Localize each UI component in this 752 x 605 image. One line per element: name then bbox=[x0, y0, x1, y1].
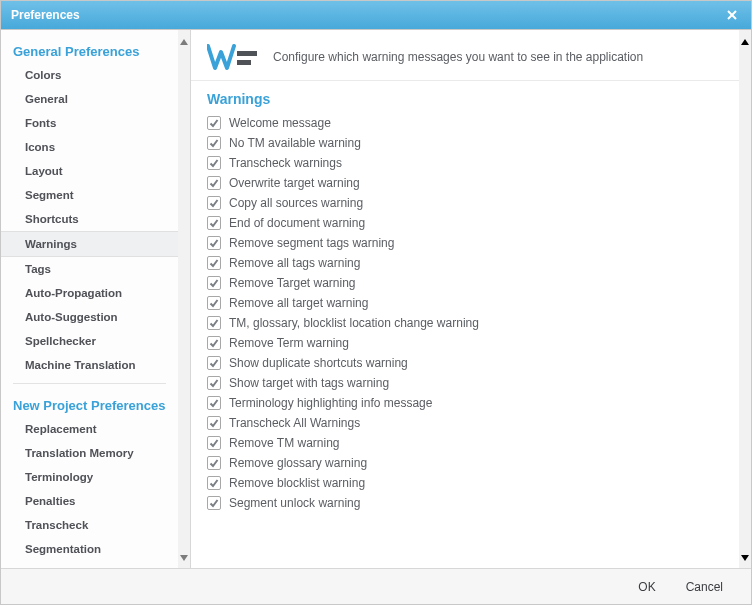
warning-label: TM, glossary, blocklist location change … bbox=[229, 316, 479, 330]
warning-row: Remove TM warning bbox=[207, 433, 723, 453]
ok-button[interactable]: OK bbox=[638, 580, 655, 594]
sidebar-group-list: ColorsGeneralFontsIconsLayoutSegmentShor… bbox=[1, 63, 178, 377]
warning-row: Remove blocklist warning bbox=[207, 473, 723, 493]
warning-checkbox[interactable] bbox=[207, 116, 221, 130]
warning-label: No TM available warning bbox=[229, 136, 361, 150]
warning-checkbox[interactable] bbox=[207, 336, 221, 350]
scroll-up-icon[interactable] bbox=[741, 34, 749, 48]
window-title: Preferences bbox=[11, 8, 723, 22]
warning-checkbox[interactable] bbox=[207, 236, 221, 250]
sidebar-item[interactable]: General bbox=[1, 87, 178, 111]
sidebar-item[interactable]: Translation Memory bbox=[1, 441, 178, 465]
scroll-down-icon[interactable] bbox=[180, 550, 188, 564]
sidebar-item[interactable]: Replacement bbox=[1, 417, 178, 441]
banner: Configure which warning messages you wan… bbox=[191, 30, 739, 81]
warning-row: Show target with tags warning bbox=[207, 373, 723, 393]
warning-label: Transcheck All Warnings bbox=[229, 416, 360, 430]
warning-checkbox[interactable] bbox=[207, 296, 221, 310]
warning-checkbox[interactable] bbox=[207, 436, 221, 450]
warning-checkbox[interactable] bbox=[207, 256, 221, 270]
content-scrollbar[interactable] bbox=[739, 30, 751, 568]
titlebar: Preferences bbox=[1, 1, 751, 29]
sidebar-item[interactable]: Shortcuts bbox=[1, 207, 178, 231]
warning-label: Show duplicate shortcuts warning bbox=[229, 356, 408, 370]
warning-label: Remove all target warning bbox=[229, 296, 368, 310]
scroll-down-icon[interactable] bbox=[741, 550, 749, 564]
warning-label: End of document warning bbox=[229, 216, 365, 230]
warning-row: Copy all sources warning bbox=[207, 193, 723, 213]
sidebar-nav: General PreferencesColorsGeneralFontsIco… bbox=[1, 30, 178, 568]
warnings-list: Welcome messageNo TM available warningTr… bbox=[191, 111, 739, 521]
warning-checkbox[interactable] bbox=[207, 176, 221, 190]
warning-label: Remove Target warning bbox=[229, 276, 356, 290]
warning-row: Remove glossary warning bbox=[207, 453, 723, 473]
sidebar-item[interactable]: Filters bbox=[1, 561, 178, 568]
warning-label: Remove glossary warning bbox=[229, 456, 367, 470]
warning-label: Show target with tags warning bbox=[229, 376, 389, 390]
warning-label: Overwrite target warning bbox=[229, 176, 360, 190]
content-panel: Configure which warning messages you wan… bbox=[191, 30, 739, 568]
app-logo-icon bbox=[207, 42, 259, 72]
warning-checkbox[interactable] bbox=[207, 136, 221, 150]
warning-label: Transcheck warnings bbox=[229, 156, 342, 170]
sidebar-item[interactable]: Terminology bbox=[1, 465, 178, 489]
svg-marker-3 bbox=[180, 555, 188, 561]
sidebar-divider bbox=[13, 383, 166, 384]
warning-checkbox[interactable] bbox=[207, 396, 221, 410]
warning-row: Remove all tags warning bbox=[207, 253, 723, 273]
warning-label: Terminology highlighting info message bbox=[229, 396, 432, 410]
warning-checkbox[interactable] bbox=[207, 376, 221, 390]
warning-checkbox[interactable] bbox=[207, 216, 221, 230]
warning-checkbox[interactable] bbox=[207, 356, 221, 370]
sidebar-item[interactable]: Spellchecker bbox=[1, 329, 178, 353]
warning-checkbox[interactable] bbox=[207, 156, 221, 170]
sidebar-item[interactable]: Warnings bbox=[1, 231, 178, 257]
warning-checkbox[interactable] bbox=[207, 196, 221, 210]
sidebar-item[interactable]: Layout bbox=[1, 159, 178, 183]
warning-row: TM, glossary, blocklist location change … bbox=[207, 313, 723, 333]
sidebar-item[interactable]: Colors bbox=[1, 63, 178, 87]
warning-label: Remove segment tags warning bbox=[229, 236, 394, 250]
warning-row: Show duplicate shortcuts warning bbox=[207, 353, 723, 373]
close-icon[interactable] bbox=[723, 6, 741, 24]
sidebar-item[interactable]: Icons bbox=[1, 135, 178, 159]
warning-row: Terminology highlighting info message bbox=[207, 393, 723, 413]
sidebar-item[interactable]: Auto-Suggestion bbox=[1, 305, 178, 329]
scroll-up-icon[interactable] bbox=[180, 34, 188, 48]
banner-text: Configure which warning messages you wan… bbox=[273, 50, 643, 64]
section-title: Warnings bbox=[191, 81, 739, 111]
warning-checkbox[interactable] bbox=[207, 316, 221, 330]
warning-label: Remove Term warning bbox=[229, 336, 349, 350]
sidebar-item[interactable]: Tags bbox=[1, 257, 178, 281]
warning-row: End of document warning bbox=[207, 213, 723, 233]
sidebar-item[interactable]: Segmentation bbox=[1, 537, 178, 561]
sidebar-item[interactable]: Machine Translation bbox=[1, 353, 178, 377]
warning-checkbox[interactable] bbox=[207, 276, 221, 290]
warning-label: Copy all sources warning bbox=[229, 196, 363, 210]
warning-label: Segment unlock warning bbox=[229, 496, 360, 510]
warning-row: Remove all target warning bbox=[207, 293, 723, 313]
warning-row: Welcome message bbox=[207, 113, 723, 133]
sidebar-scrollbar[interactable] bbox=[178, 30, 190, 568]
sidebar-item[interactable]: Segment bbox=[1, 183, 178, 207]
warning-label: Remove all tags warning bbox=[229, 256, 360, 270]
warning-row: Remove segment tags warning bbox=[207, 233, 723, 253]
svg-marker-7 bbox=[741, 555, 749, 561]
svg-rect-5 bbox=[237, 60, 251, 65]
warning-checkbox[interactable] bbox=[207, 496, 221, 510]
sidebar-item[interactable]: Auto-Propagation bbox=[1, 281, 178, 305]
sidebar-item[interactable]: Fonts bbox=[1, 111, 178, 135]
warning-checkbox[interactable] bbox=[207, 476, 221, 490]
warning-row: Overwrite target warning bbox=[207, 173, 723, 193]
cancel-button[interactable]: Cancel bbox=[686, 580, 723, 594]
sidebar-group-header: General Preferences bbox=[1, 38, 178, 63]
content-container: Configure which warning messages you wan… bbox=[191, 30, 751, 568]
footer: OK Cancel bbox=[1, 568, 751, 604]
sidebar-item[interactable]: Penalties bbox=[1, 489, 178, 513]
warning-checkbox[interactable] bbox=[207, 456, 221, 470]
sidebar-group-list: ReplacementTranslation MemoryTerminology… bbox=[1, 417, 178, 568]
sidebar-container: General PreferencesColorsGeneralFontsIco… bbox=[1, 30, 191, 568]
warning-checkbox[interactable] bbox=[207, 416, 221, 430]
sidebar-item[interactable]: Transcheck bbox=[1, 513, 178, 537]
warning-label: Remove blocklist warning bbox=[229, 476, 365, 490]
